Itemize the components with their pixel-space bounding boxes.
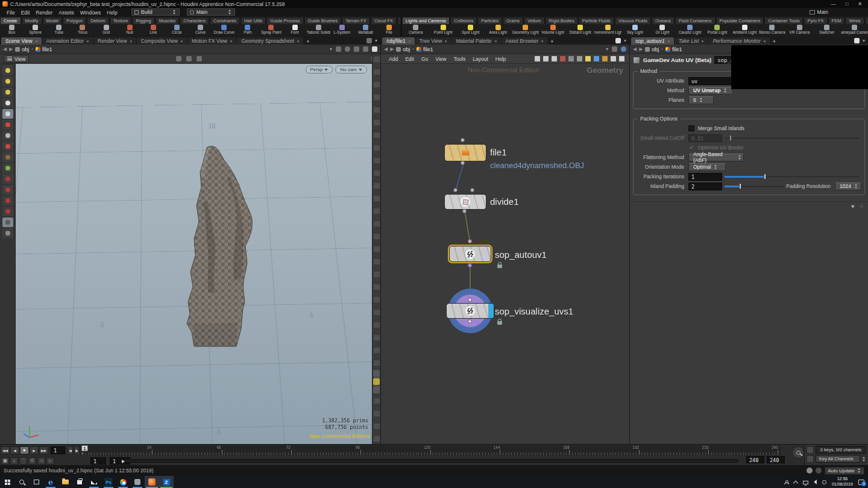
shelf-tool[interactable]: Portal Light (703, 25, 731, 35)
pane-tab[interactable]: Motion FX View (187, 37, 236, 45)
tab-menu-dot[interactable] (409, 40, 410, 42)
minimize-button[interactable]: — (831, 1, 835, 7)
shelf-tab[interactable]: Oceans (652, 17, 675, 24)
follow-icon[interactable] (621, 46, 626, 52)
shelf-tool[interactable]: Point Light (429, 25, 456, 35)
snap-prim-magnet-icon[interactable] (2, 185, 13, 195)
path-root[interactable]: obj (15, 46, 29, 52)
add-pane-tab-button[interactable]: + (304, 39, 312, 45)
volume-tray-icon[interactable] (814, 480, 817, 484)
shelf-tool[interactable]: Font (283, 25, 307, 35)
timeline-ruler[interactable]: 24487296120144168192216240 (78, 445, 781, 455)
pane-tab[interactable]: sop_autouv1 (631, 37, 674, 45)
no-cam-pill[interactable]: No cam (335, 66, 367, 74)
network-canvas[interactable]: Non-Commercial Edition Geometry file1 cl… (381, 64, 629, 444)
maximize-pane-icon[interactable] (366, 38, 372, 43)
shelf-tool[interactable]: Stereo Camera (758, 25, 785, 35)
orientation-mode-dropdown[interactable]: Optimal (688, 163, 726, 171)
shelf-tab[interactable]: Deform (87, 17, 109, 24)
operator-type-icon[interactable] (633, 57, 640, 64)
select-mode-icon[interactable] (176, 56, 181, 61)
shelf-tab[interactable]: FEM (828, 17, 845, 24)
shelf-tool[interactable]: Metaball (354, 25, 377, 35)
prev-key-icon[interactable]: ◀ (37, 457, 45, 465)
snapshot-icon[interactable] (373, 387, 380, 393)
range-start-field[interactable]: 1 (90, 457, 106, 465)
task-view-button[interactable] (29, 476, 43, 488)
node-label[interactable]: sop_autouv1 (495, 249, 547, 260)
grid-display-icon[interactable] (373, 378, 380, 385)
maximize-button[interactable]: □ (845, 1, 848, 7)
global-anim-options-icon[interactable]: ▦ (1, 457, 9, 465)
flattening-method-dropdown[interactable]: Angle-Based (ABF) (688, 154, 744, 161)
playback-range-slider[interactable] (121, 459, 738, 463)
add-pane-tab-button[interactable]: + (548, 39, 556, 45)
shelf-tool[interactable]: Torus (71, 25, 94, 35)
tab-menu-dot[interactable] (495, 40, 497, 42)
crate-icon[interactable] (602, 56, 608, 61)
network-tray-icon[interactable] (803, 481, 808, 484)
path-dropdown-icon[interactable]: ▾ (330, 46, 332, 52)
tray-expand-icon[interactable] (793, 480, 798, 485)
shelf-tool[interactable]: L-System (330, 25, 354, 35)
pane-tab[interactable]: Material Palette (451, 37, 500, 45)
select-parts-icon[interactable] (2, 163, 13, 173)
shelf-tab[interactable]: Cloud FX (371, 17, 397, 24)
node-label[interactable]: file1 (490, 147, 507, 157)
shelf-tab[interactable]: Rigging (132, 17, 154, 24)
range-end-sub-field[interactable]: 240 (767, 456, 785, 463)
memory-usage-icon[interactable] (807, 468, 813, 474)
shelf-tool[interactable]: Geometry Light (512, 25, 539, 35)
shelf-tool[interactable]: GI Light (649, 25, 676, 35)
path-root[interactable]: obj (645, 46, 659, 52)
pin-icon[interactable] (336, 46, 341, 52)
node-sop-autouv1[interactable] (449, 246, 491, 262)
node-file1[interactable] (444, 144, 486, 161)
shelf-tool[interactable]: Ambient Light (731, 25, 758, 35)
back-icon[interactable]: ◀ (3, 46, 7, 52)
shelf-tab[interactable]: Crowds (865, 17, 868, 24)
node-input-dot[interactable] (470, 188, 474, 192)
display-flag[interactable] (488, 304, 494, 318)
tab-menu-dot[interactable] (541, 40, 543, 42)
shelf-tab[interactable]: Populate Containers (716, 17, 764, 24)
node-input-dot[interactable] (468, 239, 472, 243)
small-island-cutoff-slider[interactable] (725, 134, 859, 142)
shelf-tool[interactable]: Spray Paint (259, 25, 283, 35)
next-key-icon[interactable]: ▶ (46, 457, 54, 465)
search-button[interactable] (14, 476, 29, 488)
back-icon[interactable]: ◀ (384, 46, 388, 52)
menu-item[interactable]: Render (33, 10, 55, 16)
houdini-taskbar-icon[interactable] (145, 476, 159, 488)
path-dropdown-icon[interactable]: ▾ (606, 46, 608, 52)
small-island-cutoff-field[interactable]: 0.01 (688, 134, 722, 142)
network-menu-item[interactable]: View (432, 56, 449, 62)
select-arrow-icon[interactable] (2, 98, 13, 108)
network-menu-item[interactable]: Help (492, 56, 509, 62)
select-points-icon[interactable] (2, 131, 13, 140)
snap-edge-magnet-icon[interactable] (2, 207, 13, 216)
update-mode-dropdown[interactable]: Auto Update (825, 467, 864, 475)
frame-all-icon[interactable] (619, 56, 624, 61)
viewport-layout-icon[interactable] (2, 66, 13, 75)
node-divide1[interactable] (444, 194, 486, 210)
tab-menu-dot[interactable] (297, 40, 299, 42)
pane-menu-icon[interactable]: ▾ (375, 38, 377, 43)
background-image-icon[interactable] (577, 56, 582, 61)
viewport-layout-custom-icon[interactable] (2, 87, 13, 97)
pane-tab[interactable]: Performance Monitor (708, 37, 769, 45)
shelf-tab[interactable]: Fluid Containers (675, 17, 715, 24)
follow-network-icon[interactable] (345, 46, 350, 52)
pane-tab[interactable]: Composite View (137, 37, 187, 45)
scene-selector[interactable]: Main (187, 8, 235, 16)
new-view-icon[interactable] (372, 46, 377, 52)
forward-icon[interactable]: ▶ (9, 46, 13, 52)
pin-icon[interactable] (612, 46, 617, 52)
shelf-tab[interactable]: Characters (180, 17, 209, 24)
node-input-dot[interactable] (453, 188, 458, 192)
secure-selection-icon[interactable] (186, 56, 192, 61)
shelf-tool[interactable]: Draw Curve (212, 25, 236, 35)
node-output-dot[interactable] (462, 209, 467, 213)
pane-tab[interactable]: Take List (675, 37, 708, 45)
tab-menu-dot[interactable] (668, 40, 670, 42)
